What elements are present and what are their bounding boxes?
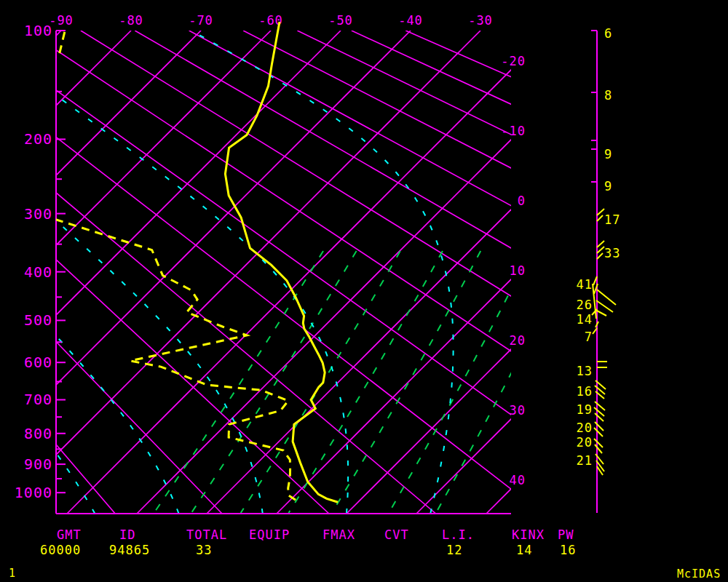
isotherm-line	[416, 31, 728, 514]
mcidas-brand: McIDAS	[677, 567, 721, 581]
dewpoint-curve	[55, 220, 299, 503]
isotherm-line	[137, 31, 620, 514]
pressure-label: 600	[24, 354, 52, 371]
dry-adiabat-line	[243, 31, 728, 514]
temperature-label-right: 0	[518, 194, 526, 208]
wind-barb	[597, 209, 604, 215]
pressure-label: 300	[24, 205, 52, 223]
temperature-label-top: -40	[398, 13, 423, 28]
stat-gmt-value: 60000	[40, 543, 81, 557]
stat-cvt-label: CVT	[384, 527, 409, 542]
stat-pw-value: 16	[560, 543, 576, 557]
wind-speed-label: 20	[577, 420, 593, 435]
stat-id-value: 94865	[109, 543, 150, 557]
wind-speed-label: 33	[604, 246, 620, 260]
stat-kinx-value: 14	[516, 543, 532, 557]
stat-kinx-label: KINX	[512, 527, 545, 542]
wind-barb	[597, 215, 603, 221]
wind-speed-label: 9	[604, 147, 612, 162]
mcidas-skewt-display: 1002003004005006007008009001000-90-80-70…	[0, 0, 728, 582]
wind-barb	[596, 300, 613, 312]
mixing-ratio-line	[332, 251, 480, 513]
skewt-chart: 1002003004005006007008009001000-90-80-70…	[0, 0, 728, 582]
wind-speed-label: 9	[604, 179, 612, 194]
dry-adiabat-line	[27, 31, 728, 514]
wind-speed-label: 6	[604, 26, 612, 41]
wind-barb	[597, 241, 604, 247]
wind-speed-label: 17	[604, 212, 620, 227]
wind-speed-label: 8	[604, 88, 612, 103]
stat-li-label: L.I.	[442, 527, 475, 542]
stat-total-value: 33	[196, 543, 212, 557]
mixing-ratio-line	[191, 251, 357, 513]
wind-barb	[597, 253, 603, 259]
temperature-label-right: -10	[501, 124, 526, 138]
dry-adiabat-line	[405, 31, 728, 514]
wind-speed-label: 21	[577, 453, 593, 468]
stat-equip-label: EQUIP	[249, 527, 290, 542]
pressure-label: 1000	[15, 484, 52, 501]
isotherm-line	[277, 31, 728, 514]
wind-speed-label: 16	[577, 384, 593, 399]
wind-speed-label: 13	[577, 364, 593, 378]
pressure-label: 400	[24, 263, 52, 281]
pressure-label: 700	[24, 391, 52, 408]
dry-adiabat-line	[189, 31, 728, 514]
temperature-curve	[225, 22, 338, 502]
dry-adiabat-line	[0, 31, 649, 514]
temperature-label-top: -70	[189, 13, 213, 28]
mixing-ratio-line	[154, 251, 323, 513]
wind-speed-label: 20	[577, 435, 593, 450]
pressure-label: 800	[24, 425, 52, 442]
stat-total-label: TOTAL	[186, 527, 227, 542]
pressure-label: 200	[24, 130, 52, 148]
temperature-label-top: -30	[468, 13, 493, 28]
dry-adiabat-line	[0, 31, 543, 514]
dry-adiabat-line	[81, 31, 728, 514]
temperature-label-right: -20	[501, 54, 526, 68]
wind-barb	[597, 247, 604, 253]
temperature-label-top: -80	[119, 13, 143, 28]
temperature-label-top: -50	[328, 13, 353, 28]
pressure-label: 900	[24, 455, 52, 473]
moist-adiabat-line	[197, 33, 454, 514]
dewpoint-curve-upper	[0, 32, 65, 140]
temperature-label-right: 40	[510, 473, 526, 487]
pressure-label: 500	[24, 311, 52, 329]
temperature-label-top: -90	[49, 13, 74, 28]
isotherm-line	[347, 31, 728, 514]
stat-id-label: ID	[119, 527, 135, 542]
stat-pw-label: PW	[558, 527, 574, 542]
wind-speed-label: 7	[585, 330, 593, 344]
pressure-label: 100	[24, 22, 52, 39]
frame-number: 1	[9, 567, 16, 580]
temperature-label-right: 30	[510, 403, 526, 418]
stat-gmt-label: GMT	[57, 527, 82, 542]
wind-speed-label: 41	[577, 277, 593, 292]
wind-speed-label: 26	[577, 298, 593, 312]
wind-speed-label: 14	[577, 312, 593, 327]
temperature-label-right: 20	[510, 333, 526, 348]
mixing-ratio-line	[241, 251, 400, 513]
temperature-label-right: 10	[510, 263, 526, 278]
wind-speed-label: 19	[577, 402, 593, 417]
isotherm-line	[67, 31, 550, 514]
stat-fmax-label: FMAX	[323, 527, 355, 542]
stat-li-value: 12	[446, 543, 462, 557]
